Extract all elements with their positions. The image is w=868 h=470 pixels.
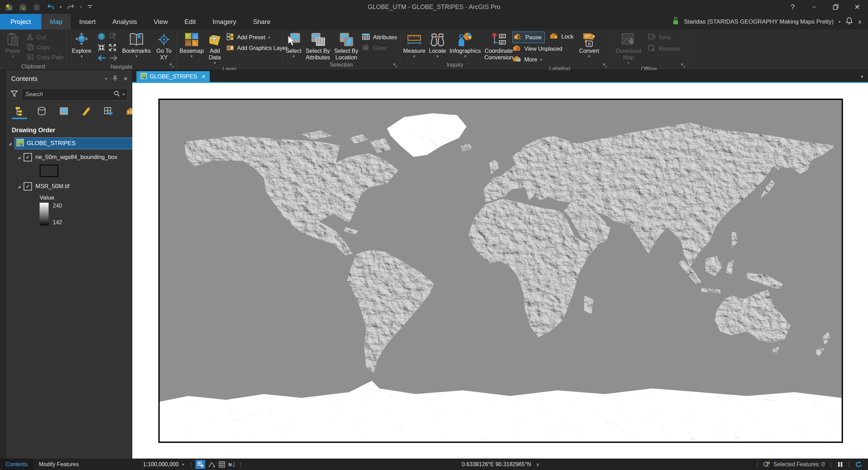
bounding-box-expander-icon[interactable]: ◢ <box>15 155 24 160</box>
panel-menu-caret-icon[interactable]: ▾ <box>105 77 107 81</box>
previous-extent-icon[interactable] <box>97 54 106 63</box>
tab-map[interactable]: Map <box>41 14 71 30</box>
tab-project[interactable]: Project <box>0 14 41 30</box>
tab-view[interactable]: View <box>145 14 176 30</box>
cut-button[interactable]: Cut <box>26 32 64 42</box>
tab-edit[interactable]: Edit <box>176 14 204 30</box>
view-tab-globe-stripes[interactable]: GLOBE_STRIPES ✕ <box>136 71 210 82</box>
undo-icon[interactable] <box>47 3 55 11</box>
map-row[interactable]: ◢ GLOBE_STRIPES <box>6 137 132 149</box>
close-button[interactable]: ✕ <box>846 0 868 14</box>
convert-labels-button[interactable]: A Convert ▾ <box>577 31 601 58</box>
bounding-box-symbol-swatch[interactable] <box>40 165 58 177</box>
bounding-box-checkbox[interactable]: ✓ <box>24 153 32 161</box>
coordinate-readout[interactable]: 0.6338126°E 90.3182965°N ∨ <box>462 461 540 468</box>
full-extent-icon[interactable] <box>97 32 106 42</box>
fixed-zoom-in-icon[interactable] <box>97 43 106 53</box>
selection-launcher-icon[interactable] <box>393 63 398 68</box>
bounding-box-layer-label[interactable]: ne_50m_wgs84_bounding_box <box>35 154 117 161</box>
search-input[interactable] <box>25 91 114 98</box>
select-button[interactable]: Select ▾ <box>285 31 302 58</box>
coordinate-conversion-button[interactable]: Coordinate Conversion <box>484 31 513 61</box>
pane-tab-contents[interactable]: Contents <box>0 459 33 470</box>
map-canvas[interactable] <box>132 83 868 459</box>
panel-close-icon[interactable]: ✕ <box>123 76 128 82</box>
notifications-icon[interactable] <box>845 17 853 27</box>
clear-selection-button[interactable]: Clear <box>362 43 397 53</box>
copy-path-button[interactable]: Copy Path <box>26 52 64 62</box>
select-by-location-button[interactable]: Select By Location <box>334 31 358 61</box>
raster-layer-row[interactable]: ◢ ✓ MSR_50M.tif <box>6 181 132 192</box>
view-tab-list-caret-icon[interactable]: ▾ <box>861 74 863 79</box>
tab-imagery[interactable]: Imagery <box>204 14 245 30</box>
redo-icon[interactable] <box>67 3 75 11</box>
add-graphics-layer-button[interactable]: Add Graphics Layer <box>226 43 288 53</box>
raster-expander-icon[interactable]: ◢ <box>15 184 24 189</box>
basemap-button[interactable]: Basemap ▾ <box>180 31 204 58</box>
lock-labels-button[interactable]: Lock <box>550 32 574 42</box>
fixed-zoom-out-icon[interactable] <box>108 43 117 53</box>
customize-toolbar-icon[interactable] <box>87 3 93 10</box>
zoom-selection-icon[interactable] <box>108 32 117 42</box>
help-button[interactable]: ? <box>782 0 803 14</box>
search-icon[interactable] <box>114 90 120 99</box>
pause-drawing-icon[interactable] <box>835 460 845 469</box>
labeling-launcher-icon[interactable] <box>603 63 608 68</box>
map-frame[interactable] <box>158 99 843 443</box>
account-name[interactable]: Staridas (STARIDAS GEOGRAPHY Making Maps… <box>684 18 834 25</box>
next-extent-icon[interactable] <box>109 54 118 63</box>
list-by-selection-tab[interactable] <box>56 106 72 119</box>
view-unplaced-button[interactable]: View Unplaced <box>512 44 574 54</box>
view-tab-close-icon[interactable]: ✕ <box>201 74 206 80</box>
map-row-selected[interactable]: GLOBE_STRIPES <box>15 137 132 149</box>
remove-button[interactable]: Remove <box>648 44 680 54</box>
more-labeling-button[interactable]: More ▾ <box>512 54 574 65</box>
tab-share[interactable]: Share <box>245 14 279 30</box>
account-caret-icon[interactable]: ▾ <box>838 20 841 24</box>
add-preset-button[interactable]: Add Preset ▾ <box>226 32 288 42</box>
snapping-toggle-icon[interactable] <box>195 460 205 469</box>
collapse-ribbon-icon[interactable]: ∧ <box>858 19 862 25</box>
pin-icon[interactable] <box>112 75 118 82</box>
paste-button[interactable]: Paste ▾ <box>3 31 23 58</box>
redo-caret-icon[interactable]: ▾ <box>80 5 82 9</box>
tab-insert[interactable]: Insert <box>71 14 104 30</box>
list-by-snapping-tab[interactable] <box>101 106 116 119</box>
bounding-box-layer-row[interactable]: ◢ ✓ ne_50m_wgs84_bounding_box <box>6 151 132 163</box>
add-item-icon[interactable] <box>19 2 28 11</box>
search-caret-icon[interactable]: ▾ <box>123 92 125 96</box>
refresh-icon[interactable] <box>853 460 863 469</box>
select-by-attributes-button[interactable]: Select By Attributes <box>305 31 331 61</box>
undo-caret-icon[interactable]: ▾ <box>60 5 62 9</box>
scale-control[interactable]: 1:100,000,000 ▾ <box>140 460 187 469</box>
raster-checkbox[interactable]: ✓ <box>24 182 32 191</box>
pause-labeling-button[interactable]: Pause <box>512 32 545 43</box>
download-map-button[interactable]: Download Map ▾ <box>613 31 644 65</box>
add-data-button[interactable]: Add Data ▾ <box>207 31 223 65</box>
edit-vertices-icon[interactable] <box>207 460 217 469</box>
explore-button[interactable]: Explore ▾ <box>69 31 94 58</box>
package-icon[interactable] <box>33 2 42 11</box>
list-by-drawing-order-tab[interactable] <box>12 106 27 119</box>
infographics-button[interactable]: Infographics ▾ <box>450 31 481 58</box>
map-expander-icon[interactable]: ◢ <box>6 141 15 146</box>
locate-button[interactable]: Locate ▾ <box>429 31 446 58</box>
list-by-editing-tab[interactable] <box>78 106 94 119</box>
navigate-launcher-icon[interactable] <box>169 63 174 68</box>
save-project-icon[interactable] <box>5 2 14 11</box>
bookmarks-button[interactable]: Bookmarks ▾ <box>122 31 151 58</box>
attribute-table-icon[interactable] <box>217 460 227 469</box>
pane-tab-modify-features[interactable]: Modify Features <box>33 459 84 470</box>
goto-xy-button[interactable]: Go To XY <box>155 31 173 61</box>
list-by-data-source-tab[interactable] <box>34 106 49 119</box>
filter-icon[interactable] <box>10 90 18 99</box>
sync-button[interactable]: Sync <box>648 32 680 42</box>
restore-button[interactable] <box>825 0 846 14</box>
copy-button[interactable]: Copy <box>26 42 64 52</box>
offline-launcher-icon[interactable] <box>681 63 686 68</box>
coords-caret-icon[interactable]: ∨ <box>536 462 540 467</box>
north-arrow-icon[interactable]: N <box>227 460 236 469</box>
measure-button[interactable]: Measure ▾ <box>403 31 425 58</box>
raster-layer-label[interactable]: MSR_50M.tif <box>35 183 69 190</box>
tab-analysis[interactable]: Analysis <box>104 14 145 30</box>
